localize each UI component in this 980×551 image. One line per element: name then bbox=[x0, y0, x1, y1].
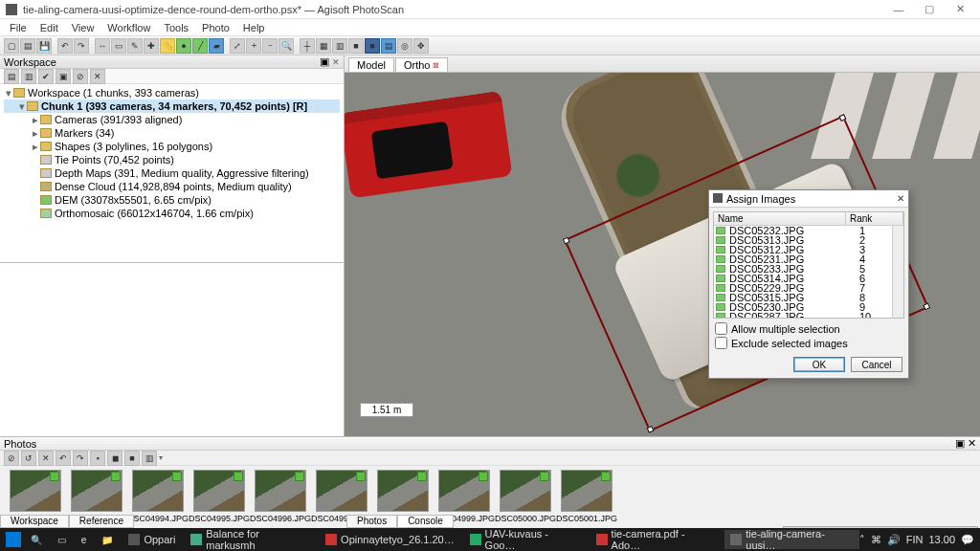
tab-workspace[interactable]: Workspace bbox=[0, 515, 69, 528]
ws-folder-icon[interactable]: ▣ bbox=[56, 69, 71, 84]
draw-point-icon[interactable]: ● bbox=[176, 38, 191, 54]
dialog-close-icon[interactable]: ✕ bbox=[897, 193, 904, 204]
photo-thumb[interactable]: DSC04996.JPG bbox=[255, 470, 306, 523]
tree-cameras[interactable]: Cameras (391/393 aligned) bbox=[55, 114, 182, 125]
ok-button[interactable]: OK bbox=[793, 357, 845, 372]
tree-shapes[interactable]: Shapes (3 polylines, 16 polygons) bbox=[55, 141, 212, 152]
menu-tools[interactable]: Tools bbox=[158, 21, 194, 34]
tray-clock[interactable]: 13.00 bbox=[928, 534, 955, 545]
select-rect-icon[interactable]: ▭ bbox=[111, 38, 126, 54]
task-photoscan[interactable]: tie-aling-camera-uusi… bbox=[724, 530, 858, 549]
edge-icon[interactable]: e bbox=[76, 530, 93, 549]
tree-depthmaps[interactable]: Depth Maps (391, Medium quality, Aggress… bbox=[55, 167, 309, 179]
zoom-select-icon[interactable]: 🔍 bbox=[278, 38, 294, 54]
task-uav[interactable]: UAV-kuvaus - Goo… bbox=[464, 530, 587, 549]
open-icon[interactable]: ▤ bbox=[20, 38, 35, 54]
pane-close-icon[interactable]: ✕ bbox=[332, 57, 340, 67]
zoom-fit-icon[interactable]: ⤢ bbox=[230, 38, 245, 54]
dialog-scrollbar[interactable] bbox=[892, 226, 903, 318]
view-solid-icon[interactable]: ■ bbox=[348, 38, 364, 54]
close-button[interactable]: ✕ bbox=[946, 2, 974, 17]
search-icon[interactable]: 🔍 bbox=[25, 530, 48, 549]
photos-view-dropdown-icon[interactable]: ▾ bbox=[159, 453, 163, 462]
tree-orthomosaic[interactable]: Orthomosaic (66012x146704, 1.66 cm/pix) bbox=[55, 208, 254, 219]
dialog-image-list[interactable]: Name Rank DSC05232.JPG1DSC05313.JPG2DSC0… bbox=[713, 211, 904, 319]
photo-thumb[interactable]: DSC05000.JPG bbox=[500, 470, 551, 523]
workspace-tree[interactable]: ▾Workspace (1 chunks, 393 cameras) ▾Chun… bbox=[0, 84, 344, 263]
ws-add-photos-icon[interactable]: ▥ bbox=[21, 69, 36, 84]
photos-disable-icon[interactable]: ⊘ bbox=[4, 451, 19, 466]
photo-thumb[interactable]: DSC04995.JPG bbox=[193, 470, 245, 523]
tab-model[interactable]: Model bbox=[348, 57, 394, 72]
tray-network-icon[interactable]: ⌘ bbox=[871, 534, 881, 546]
col-rank[interactable]: Rank bbox=[846, 212, 903, 225]
ruler-icon[interactable]: 📏 bbox=[160, 38, 175, 54]
photos-size-m-icon[interactable]: ◼ bbox=[107, 451, 122, 466]
photos-float-icon[interactable]: ▣ bbox=[955, 437, 965, 449]
tray-notifications-icon[interactable]: 💬 bbox=[961, 534, 974, 546]
ws-add-chunk-icon[interactable]: ▤ bbox=[4, 69, 19, 84]
menu-view[interactable]: View bbox=[66, 21, 100, 34]
menu-help[interactable]: Help bbox=[237, 21, 271, 34]
photos-close-icon[interactable]: ✕ bbox=[968, 437, 976, 449]
tray-chevron-icon[interactable]: ˄ bbox=[859, 534, 865, 546]
select-free-icon[interactable]: ✚ bbox=[144, 38, 159, 54]
ws-enable-icon[interactable]: ✔ bbox=[38, 69, 54, 84]
pane-float-icon[interactable]: ▣ bbox=[320, 55, 329, 67]
view-dem-icon[interactable]: ▤ bbox=[381, 38, 396, 54]
exclude-selected-checkbox[interactable]: Exclude selected images bbox=[715, 337, 902, 349]
tree-dem[interactable]: DEM (33078x55501, 6.65 cm/pix) bbox=[55, 194, 212, 206]
new-icon[interactable]: ▢ bbox=[4, 38, 19, 54]
view-mesh-icon[interactable]: ▥ bbox=[332, 38, 347, 54]
photos-size-s-icon[interactable]: ▪ bbox=[90, 451, 105, 466]
ws-remove-icon[interactable]: ✕ bbox=[90, 69, 105, 84]
allow-multiple-checkbox[interactable]: Allow multiple selection bbox=[715, 322, 902, 335]
menu-file[interactable]: File bbox=[4, 21, 33, 34]
tab-close-icon[interactable]: ⊠ bbox=[433, 61, 439, 70]
tab-reference[interactable]: Reference bbox=[69, 515, 134, 528]
photos-rotate-r-icon[interactable]: ↷ bbox=[73, 451, 88, 466]
cancel-button[interactable]: Cancel bbox=[851, 357, 902, 372]
col-name[interactable]: Name bbox=[714, 212, 846, 225]
task-opinna[interactable]: Opinnaytetyo_26.1.20… bbox=[320, 530, 460, 549]
select-lasso-icon[interactable]: ✎ bbox=[127, 38, 143, 54]
tree-densecloud[interactable]: Dense Cloud (114,928,894 points, Medium … bbox=[55, 181, 292, 192]
photos-reset-icon[interactable]: ↺ bbox=[21, 451, 36, 466]
tree-tiepoints[interactable]: Tie Points (70,452 points) bbox=[55, 154, 174, 165]
photo-thumb[interactable]: DSC04994.JPG bbox=[132, 470, 184, 523]
start-button[interactable] bbox=[6, 532, 21, 547]
photos-rotate-l-icon[interactable]: ↶ bbox=[56, 451, 71, 466]
minimize-button[interactable]: — bbox=[884, 2, 913, 17]
task-oppari[interactable]: Oppari bbox=[122, 530, 181, 549]
undo-icon[interactable]: ↶ bbox=[57, 38, 73, 54]
photos-size-l-icon[interactable]: ■ bbox=[124, 451, 140, 466]
tab-ortho[interactable]: Ortho⊠ bbox=[395, 57, 449, 72]
menu-photo[interactable]: Photo bbox=[196, 21, 235, 34]
tree-markers[interactable]: Markers (34) bbox=[55, 127, 114, 139]
explorer-icon[interactable]: 📁 bbox=[96, 530, 119, 549]
tree-chunk[interactable]: Chunk 1 (393 cameras, 34 markers, 70,452… bbox=[41, 100, 307, 112]
tree-root[interactable]: Workspace (1 chunks, 393 cameras) bbox=[28, 87, 199, 99]
tray-volume-icon[interactable]: 🔊 bbox=[887, 534, 901, 546]
zoom-in-icon[interactable]: ＋ bbox=[246, 38, 261, 54]
dialog-titlebar[interactable]: Assign Images ✕ bbox=[709, 190, 908, 208]
view-texture-icon[interactable]: ■ bbox=[365, 38, 380, 54]
photos-remove-icon[interactable]: ✕ bbox=[38, 451, 54, 466]
zoom-out-icon[interactable]: － bbox=[262, 38, 278, 54]
photo-thumb[interactable]: DSC05001.JPG bbox=[561, 470, 612, 523]
view-dense-icon[interactable]: ▦ bbox=[316, 38, 331, 54]
menu-edit[interactable]: Edit bbox=[34, 21, 64, 34]
task-tiecam-pdf[interactable]: tie-camera.pdf - Ado… bbox=[590, 530, 722, 549]
draw-polygon-icon[interactable]: ▰ bbox=[209, 38, 224, 54]
menu-workflow[interactable]: Workflow bbox=[101, 21, 156, 34]
tray-lang[interactable]: FIN bbox=[906, 534, 924, 545]
view-contour-icon[interactable]: ◎ bbox=[397, 38, 412, 54]
photos-view-icon[interactable]: ▥ bbox=[142, 451, 157, 466]
tab-console[interactable]: Console bbox=[397, 515, 454, 528]
maximize-button[interactable]: ▢ bbox=[915, 2, 944, 17]
tab-photos[interactable]: Photos bbox=[346, 515, 397, 528]
move-icon[interactable]: ✥ bbox=[413, 38, 429, 54]
view-points-icon[interactable]: ┼ bbox=[300, 38, 315, 54]
ws-disable-icon[interactable]: ⊘ bbox=[73, 69, 88, 84]
task-balance[interactable]: Balance for markusmh bbox=[185, 530, 316, 549]
